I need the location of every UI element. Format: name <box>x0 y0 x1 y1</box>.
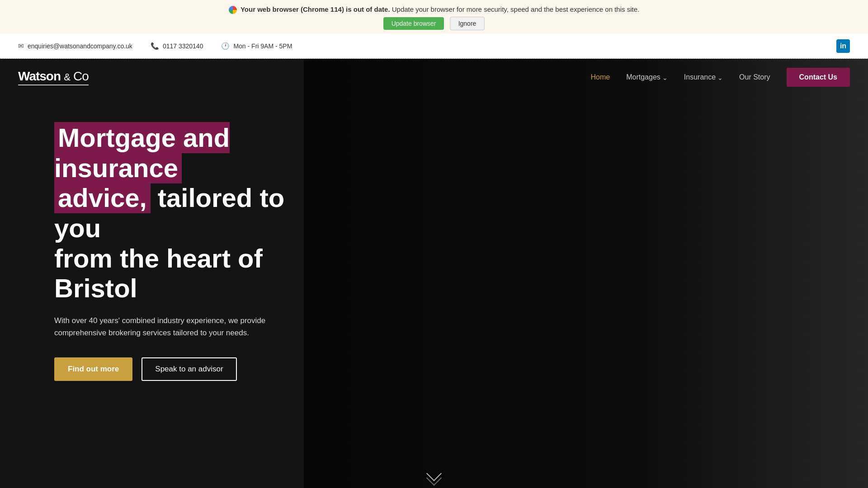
phone-info: 📞 0117 3320140 <box>151 42 203 50</box>
nav-link-mortgages[interactable]: Mortgages <box>626 73 668 81</box>
banner-description: Update your browser for more security, s… <box>392 5 640 13</box>
nav-link-insurance[interactable]: Insurance <box>684 73 723 81</box>
phone-icon: 📞 <box>151 42 159 50</box>
nav-link-our-story[interactable]: Our Story <box>739 73 770 81</box>
nav-item-mortgages[interactable]: Mortgages <box>626 73 668 81</box>
business-hours: Mon - Fri 9AM - 5PM <box>233 42 292 50</box>
hero-title-line3: from the heart of Bristol <box>54 244 263 303</box>
hero-title-line2: advice, <box>54 182 151 213</box>
hero-section: Watson & Co Home Mortgages Insurance Our… <box>0 59 868 488</box>
hours-info: 🕐 Mon - Fri 9AM - 5PM <box>221 42 292 50</box>
nav-link-home[interactable]: Home <box>591 73 610 81</box>
linkedin-icon[interactable]: in <box>836 39 850 53</box>
clock-icon: 🕐 <box>221 42 230 50</box>
speak-to-advisor-button[interactable]: Speak to an advisor <box>142 357 236 381</box>
logo[interactable]: Watson & Co <box>18 69 89 85</box>
browser-banner: Your web browser (Chrome 114) is out of … <box>0 0 868 34</box>
hero-content: Mortgage and insurance advice, tailored … <box>0 96 339 408</box>
nav-item-our-story[interactable]: Our Story <box>739 73 770 81</box>
logo-co: Co <box>73 69 89 83</box>
logo-underline <box>18 84 89 85</box>
find-out-more-button[interactable]: Find out more <box>54 357 132 381</box>
chrome-icon <box>229 6 237 14</box>
nav-links: Home Mortgages Insurance Our Story <box>591 73 770 81</box>
logo-watson: Watson <box>18 69 61 83</box>
nav-item-insurance[interactable]: Insurance <box>684 73 723 81</box>
navbar: Watson & Co Home Mortgages Insurance Our… <box>0 59 868 96</box>
email-info: ✉ enquiries@watsonandcompany.co.uk <box>18 42 132 50</box>
hero-subtitle: With over 40 years' combined industry ex… <box>54 314 271 339</box>
update-browser-button[interactable]: Update browser <box>383 17 444 30</box>
contact-us-button[interactable]: Contact Us <box>787 68 850 87</box>
hero-buttons: Find out more Speak to an advisor <box>54 357 285 381</box>
email-icon: ✉ <box>18 42 24 50</box>
logo-ampersand: & <box>61 71 72 83</box>
ignore-button[interactable]: Ignore <box>450 17 485 30</box>
hero-title: Mortgage and insurance advice, tailored … <box>54 123 285 304</box>
nav-item-home[interactable]: Home <box>591 73 610 81</box>
scroll-indicator <box>429 468 439 483</box>
hero-title-line1: Mortgage and insurance <box>54 122 230 183</box>
banner-bold-text: Your web browser (Chrome 114) is out of … <box>241 5 390 13</box>
info-bar: ✉ enquiries@watsonandcompany.co.uk 📞 011… <box>0 34 868 59</box>
building-background <box>304 59 868 488</box>
email-address[interactable]: enquiries@watsonandcompany.co.uk <box>28 42 132 50</box>
phone-number[interactable]: 0117 3320140 <box>163 42 203 50</box>
